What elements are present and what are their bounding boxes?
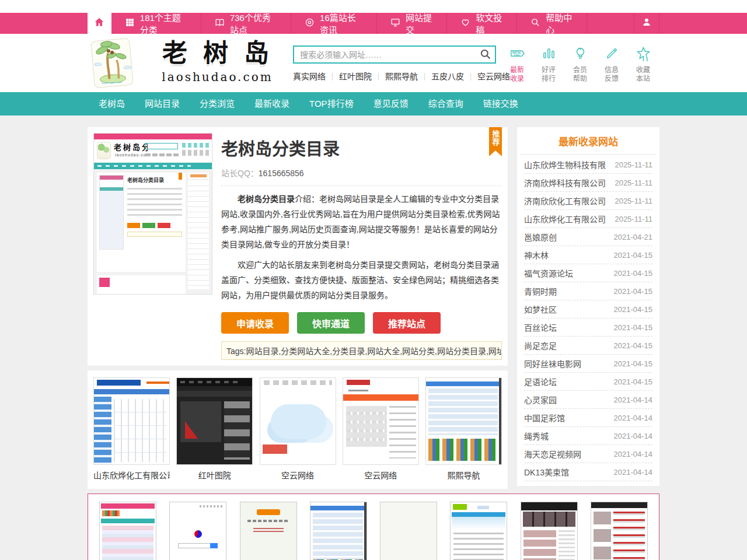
palm-island-logo[interactable] (90, 37, 135, 89)
site-name[interactable]: 百丝论坛 (524, 321, 557, 333)
sidebar-site-row[interactable]: 山东欣烨生物科技有限 2025-11-11 (524, 156, 652, 174)
nav-item[interactable]: 分类浏览 (190, 92, 245, 116)
inclusion-date: 2021-04-14 (614, 450, 653, 459)
shortcut-feedback[interactable]: 信息 反馈 (599, 46, 624, 83)
topbar-item-news[interactable]: 16篇站长资讯 (291, 13, 377, 34)
site-name[interactable]: 绳秀城 (524, 430, 549, 442)
sidebar-site-row[interactable]: 心灵家园 2021-04-14 (524, 391, 652, 409)
search-submit-button[interactable] (479, 48, 493, 61)
site-name[interactable]: 尚足恋足 (524, 340, 557, 351)
nav-item[interactable]: TOP排行榜 (299, 92, 364, 116)
site-thumbnail (343, 377, 419, 465)
site-name[interactable]: 空云网络 (260, 469, 336, 481)
bottom-site-card[interactable]: 熙熙导航 熙熙导航 (306, 502, 371, 560)
user-account-button[interactable] (634, 13, 659, 34)
shortcut-label: 反馈 (599, 75, 624, 83)
featured-site-card[interactable]: 空云网络 (260, 377, 336, 481)
inclusion-date: 2021-04-14 (614, 432, 653, 440)
quick-link[interactable]: 五皮八皮 (418, 72, 464, 81)
site-name[interactable]: 山东欣烨化工有限公司 (93, 469, 170, 481)
topbar-item-article[interactable]: 软文投稿 (447, 13, 517, 34)
quick-link[interactable]: 真实网络 (293, 72, 326, 81)
sidebar-site-row[interactable]: 绳秀城 2021-04-14 (524, 427, 652, 445)
bottom-site-card[interactable]: 搜狗搜索 搜狗搜索 (236, 502, 301, 560)
sidebar-site-row[interactable]: 海天恋足视频网 2021-04-14 (524, 445, 652, 463)
bottom-site-card[interactable]: 老树岛 老树岛 (95, 502, 160, 560)
sidebar-site-row[interactable]: 同好丝袜电影网 2021-04-15 (524, 355, 652, 373)
fast-review-button[interactable]: 快审通道 (297, 312, 365, 334)
featured-site-card[interactable]: 红叶图院 (176, 377, 253, 481)
bottom-site-card[interactable]: 360搜索 360搜索 (376, 502, 441, 560)
featured-site-card[interactable]: 熙熙导航 (425, 377, 502, 481)
site-name[interactable]: 熙熙导航 (425, 469, 502, 481)
site-logo-domain: laoshudao.com (146, 70, 289, 84)
monitor-icon (390, 18, 400, 29)
search-icon (530, 18, 540, 29)
sidebar-site-row[interactable]: 如梦社区 2021-04-15 (524, 300, 652, 318)
home-tab[interactable] (88, 13, 111, 34)
shortcut-label: 会员 (567, 66, 593, 75)
sidebar-site-row[interactable]: 济南欣烨科技有限公司 2025-11-11 (524, 174, 652, 192)
site-name[interactable]: 空云网络 (343, 469, 419, 481)
mini-page-title: 老树岛分类目录 (127, 176, 183, 184)
quick-link[interactable]: 红叶图院 (326, 72, 372, 81)
nav-item[interactable]: 最新收录 (245, 92, 299, 116)
site-name[interactable]: 山东欣烨化工有限公司 (524, 213, 606, 225)
site-name[interactable]: 济南欣欣化工有限公司 (524, 195, 606, 206)
site-name[interactable]: 同好丝袜电影网 (524, 358, 581, 369)
sidebar-title: 最新收录网站 (521, 127, 656, 155)
site-preview-thumbnail[interactable]: 老树岛分类目录 laoshudao.com 老树岛分类目录 (93, 133, 212, 295)
shortcut-top-rated[interactable]: 好评 排行 (536, 46, 561, 83)
shortcut-member-help[interactable]: 会员 帮助 (567, 46, 593, 83)
bottom-site-card[interactable]: 春宵社 春宵社 (516, 502, 582, 560)
sidebar-site-row[interactable]: 足语论坛 2021-04-15 (524, 373, 652, 391)
quick-link[interactable]: 空云网络 (464, 72, 510, 81)
logo-text-block[interactable]: 老 树 岛 laoshudao.com (146, 36, 289, 84)
topbar-item-help[interactable]: 帮助中心 (517, 13, 587, 34)
featured-site-card[interactable]: 空云网络 (343, 377, 419, 481)
sidebar-site-row[interactable]: 济南欣欣化工有限公司 2025-11-11 (524, 192, 652, 210)
site-name[interactable]: 如梦社区 (524, 303, 557, 315)
topbar-item-categories[interactable]: 181个主题分类 (111, 13, 201, 34)
site-name[interactable]: DK13美束馆 (524, 466, 569, 478)
nav-item[interactable]: 链接交换 (473, 92, 528, 116)
nav-item[interactable]: 综合查询 (418, 92, 473, 116)
site-name[interactable]: 济南欣烨科技有限公司 (524, 177, 606, 188)
sidebar-site-row[interactable]: 神木林 2021-04-15 (524, 246, 652, 264)
inclusion-date: 2021-04-15 (614, 377, 653, 386)
sidebar-site-row[interactable]: 邕娘原创 2021-04-21 (524, 228, 652, 246)
site-name[interactable]: 红叶图院 (176, 469, 253, 481)
site-name[interactable]: 神木林 (524, 249, 549, 261)
site-name[interactable]: 海天恋足视频网 (524, 448, 581, 460)
apply-inclusion-button[interactable]: 申请收录 (221, 312, 289, 334)
site-name[interactable]: 山东欣烨生物科技有限 (524, 159, 606, 170)
site-name[interactable]: 青铜时期 (524, 285, 557, 297)
nav-item[interactable]: 老树岛 (89, 92, 135, 116)
site-name[interactable]: 福气资源论坛 (524, 267, 573, 279)
quick-link[interactable]: 熙熙导航 (372, 72, 418, 81)
bottom-site-card[interactable]: 米特哥说 米特哥说 (587, 502, 652, 560)
sidebar-site-row[interactable]: 中国足彩馆 2021-04-14 (524, 409, 652, 427)
nav-item[interactable]: 意见反馈 (364, 92, 418, 116)
sidebar-site-row[interactable]: 福气资源论坛 2021-04-15 (524, 264, 652, 282)
recommend-site-button[interactable]: 推荐站点 (373, 312, 441, 334)
nav-item[interactable]: 网站目录 (135, 92, 190, 116)
sidebar-site-row[interactable]: 百丝论坛 2021-04-15 (524, 318, 652, 337)
search-input[interactable] (294, 47, 495, 62)
inclusion-date: 2021-04-15 (614, 305, 653, 314)
topbar-item-sites[interactable]: 736个优秀站点 (201, 13, 291, 34)
site-name[interactable]: 中国足彩馆 (524, 412, 565, 424)
sidebar-site-row[interactable]: DK13美束馆 2021-04-14 (524, 463, 652, 481)
site-name[interactable]: 心灵家园 (524, 394, 557, 405)
bottom-site-card[interactable]: b2b网航 b2b网航 (446, 502, 511, 560)
sidebar-site-row[interactable]: 尚足恋足 2021-04-15 (524, 337, 652, 355)
shortcut-latest-included[interactable]: NEW 100 最新 收录 (504, 46, 530, 83)
topbar-item-submit[interactable]: 网站提交 (377, 13, 447, 34)
featured-site-card[interactable]: 山东欣烨化工有限公司 (93, 377, 170, 481)
bottom-site-card[interactable]: 百度一下，你就知道 百度一下，你就 (165, 502, 231, 560)
site-name[interactable]: 邕娘原创 (524, 231, 557, 243)
sidebar-site-row[interactable]: 山东欣烨化工有限公司 2025-11-11 (524, 210, 652, 228)
shortcut-bookmark[interactable]: 收藏 本站 (630, 46, 656, 83)
site-name[interactable]: 足语论坛 (524, 376, 557, 387)
sidebar-site-row[interactable]: 青铜时期 2021-04-15 (524, 282, 652, 300)
